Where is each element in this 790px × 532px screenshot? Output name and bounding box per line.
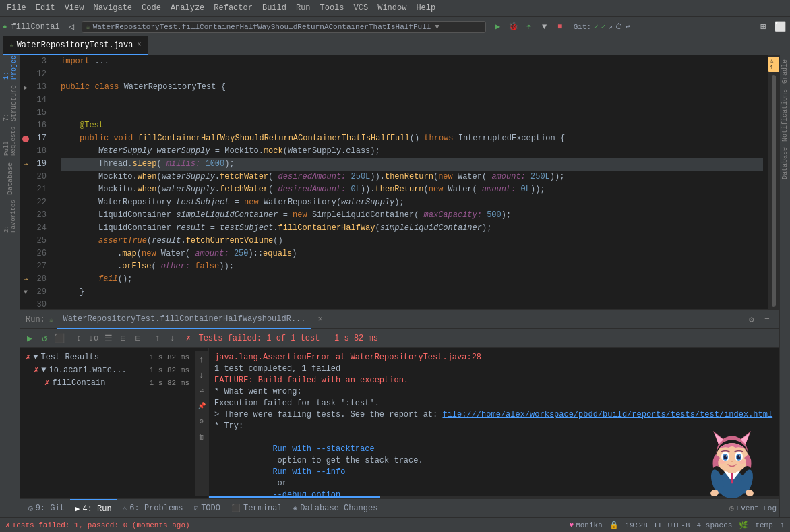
menu-code[interactable]: Code bbox=[138, 2, 165, 14]
rerun-btn[interactable]: ▶ bbox=[23, 332, 36, 345]
sidebar-icon-requests[interactable]: Pull Requests bbox=[3, 134, 18, 148]
up-btn[interactable]: ↑ bbox=[151, 332, 164, 345]
git-check1[interactable]: ✓ bbox=[594, 22, 599, 31]
upload-icon[interactable]: ↑ bbox=[780, 521, 785, 530]
menu-vcs[interactable]: VCS bbox=[350, 2, 373, 14]
code-content[interactable]: import ... public class WaterRepositoryT… bbox=[55, 55, 768, 309]
report-link[interactable]: file:///home/alex/workspace/pbdd/build/r… bbox=[442, 410, 772, 419]
git-undo[interactable]: ↩ bbox=[626, 22, 630, 31]
git-push[interactable]: ↗ bbox=[608, 22, 613, 31]
info-link[interactable]: Run with --info bbox=[272, 467, 345, 477]
tree-down-btn[interactable]: ↓ bbox=[195, 368, 208, 382]
main-toolbar: ● fillContai ◁ ☕ WaterRepositoryTest.fil… bbox=[0, 16, 790, 36]
test-method-item[interactable]: ✗ fillContain 1 s 82 ms bbox=[20, 376, 195, 389]
tab-todo[interactable]: ☑ TODO bbox=[189, 499, 226, 518]
code-line-20: Mockito.when(waterSupply.fetchWater( des… bbox=[61, 171, 763, 183]
tree-wrap-btn[interactable]: ⇌ bbox=[195, 384, 208, 397]
breakpoint-17[interactable] bbox=[22, 136, 29, 142]
tree-trash-btn[interactable]: 🗑 bbox=[195, 430, 208, 444]
stacktrace-link[interactable]: Run with --stacktrace bbox=[272, 444, 374, 454]
scroll-thumb[interactable] bbox=[772, 75, 776, 307]
fail-status-text: Tests failed: 1, passed: 0 (moments ago) bbox=[12, 521, 190, 529]
output-panel[interactable]: java.lang.AssertionError at WaterReposit… bbox=[209, 348, 779, 498]
menu-view[interactable]: View bbox=[61, 2, 88, 14]
breadcrumb-bar[interactable]: ☕ WaterRepositoryTest.fillContainerHalfW… bbox=[82, 21, 486, 33]
run-dropdown-btn[interactable]: ▼ bbox=[538, 20, 551, 34]
tree-up-btn[interactable]: ↑ bbox=[195, 353, 208, 366]
menu-analyze[interactable]: Analyze bbox=[166, 2, 208, 14]
git-history[interactable]: ⏱ bbox=[615, 22, 623, 31]
run-panel-close[interactable]: × bbox=[318, 315, 323, 324]
sidebar-icon-project[interactable]: 1: Project bbox=[3, 58, 18, 73]
event-log-label[interactable]: Event Log bbox=[737, 504, 777, 512]
sidebar-icon-structure[interactable]: 7: Structure bbox=[3, 96, 18, 111]
branch-status[interactable]: temp bbox=[755, 521, 772, 529]
code-line-17: public void fillContainerHalfWayShouldRe… bbox=[61, 132, 763, 145]
run-controls: ▶ 🐞 ☂ ▼ ■ bbox=[491, 20, 567, 34]
fold-icon-29[interactable]: ▼ bbox=[24, 289, 28, 296]
tree-filter-btn[interactable]: ⚙ bbox=[195, 415, 208, 428]
down-btn[interactable]: ↓ bbox=[166, 332, 179, 345]
coverage-button[interactable]: ☂ bbox=[522, 20, 536, 34]
tab-problems[interactable]: ⚠ 6: Problems bbox=[117, 499, 189, 518]
menu-help[interactable]: Help bbox=[412, 2, 439, 14]
run-panel-settings[interactable]: ⚙ bbox=[745, 313, 758, 326]
gutter-19: → bbox=[20, 158, 31, 171]
project-icon: ● bbox=[3, 23, 7, 31]
maximize-btn[interactable]: ⬜ bbox=[772, 20, 787, 34]
menu-build[interactable]: Build bbox=[258, 2, 291, 14]
structure-btn[interactable]: ⊞ bbox=[756, 20, 770, 34]
encoding-status[interactable]: LF UTF-8 bbox=[655, 521, 690, 529]
database-sidebar-label[interactable]: Database bbox=[780, 144, 790, 182]
notifications-sidebar-label[interactable]: Notifications bbox=[780, 86, 790, 144]
stop-button[interactable]: ■ bbox=[553, 20, 567, 34]
back-icon[interactable]: ◁ bbox=[64, 20, 79, 34]
stop-test-btn[interactable]: ⬛ bbox=[53, 332, 66, 345]
tab-close-icon[interactable]: × bbox=[137, 41, 141, 49]
menu-refactor[interactable]: Refactor bbox=[210, 2, 257, 14]
breadcrumb-dropdown-icon[interactable]: ▼ bbox=[435, 23, 439, 31]
run-button[interactable]: ▶ bbox=[491, 20, 505, 34]
menu-tools[interactable]: Tools bbox=[316, 2, 348, 14]
svg-point-14 bbox=[719, 460, 725, 464]
git-check2[interactable]: ✓ bbox=[601, 22, 606, 31]
tab-terminal[interactable]: ⬛ Terminal bbox=[226, 499, 288, 518]
menu-navigate[interactable]: Navigate bbox=[89, 2, 136, 14]
project-name[interactable]: fillContai bbox=[9, 20, 63, 34]
test-results-root[interactable]: ✗ ▼ Test Results 1 s 82 ms bbox=[20, 351, 195, 363]
ln-17: 17 bbox=[36, 132, 49, 145]
sort-alpha-btn[interactable]: ↓α bbox=[87, 332, 100, 345]
tree-pin-btn[interactable]: 📌 bbox=[195, 399, 208, 413]
fold-icon-13[interactable]: ▶ bbox=[24, 84, 28, 92]
sidebar-icon-favorites[interactable]: 2: Favorites bbox=[3, 209, 18, 224]
indent-status[interactable]: 4 spaces bbox=[697, 521, 733, 529]
menu-window[interactable]: Window bbox=[373, 2, 411, 14]
sidebar-icon-database[interactable]: Database bbox=[3, 171, 18, 186]
menu-edit[interactable]: Edit bbox=[32, 2, 59, 14]
branch-icon: 🌿 bbox=[739, 521, 748, 529]
editor-scrollbar[interactable]: ⚠ 1 bbox=[768, 55, 779, 309]
run-panel-tab[interactable]: WaterRepositoryTest.fillContainerHalfWay… bbox=[57, 310, 311, 329]
tab-db-changes[interactable]: ◈ Database Changes bbox=[288, 499, 384, 518]
tab-run[interactable]: ▶ 4: Run bbox=[70, 499, 117, 518]
tab-water-repository-test[interactable]: ☕ WaterRepositoryTest.java × bbox=[3, 36, 148, 55]
debug-button[interactable]: 🐞 bbox=[507, 20, 520, 34]
code-editor[interactable]: ▶ → → bbox=[20, 55, 779, 309]
collapse-btn[interactable]: ⊟ bbox=[131, 332, 145, 345]
test-class-expand[interactable]: ▼ bbox=[41, 365, 46, 375]
tab-git[interactable]: ◎ 9: Git bbox=[23, 499, 70, 518]
gutter-29: ▼ bbox=[20, 286, 31, 299]
gutter-21 bbox=[20, 183, 31, 196]
terminal-tab-label: Terminal bbox=[243, 504, 282, 513]
test-results-expand[interactable]: ▼ bbox=[33, 353, 38, 362]
rerun-all-btn[interactable]: ↺ bbox=[38, 332, 51, 345]
tree-btn[interactable]: ☰ bbox=[102, 332, 115, 345]
run-panel-minimize[interactable]: − bbox=[760, 313, 774, 326]
expand-btn[interactable]: ⊞ bbox=[117, 332, 130, 345]
gradle-sidebar-label[interactable]: Gradle bbox=[780, 57, 790, 86]
sort-btn[interactable]: ↕ bbox=[72, 332, 86, 345]
menu-run[interactable]: Run bbox=[292, 2, 315, 14]
output-line-1: java.lang.AssertionError at WaterReposit… bbox=[214, 352, 774, 363]
menu-file[interactable]: File bbox=[3, 2, 30, 14]
test-class-item[interactable]: ✗ ▼ io.acari.wate... 1 s 82 ms bbox=[20, 363, 195, 376]
